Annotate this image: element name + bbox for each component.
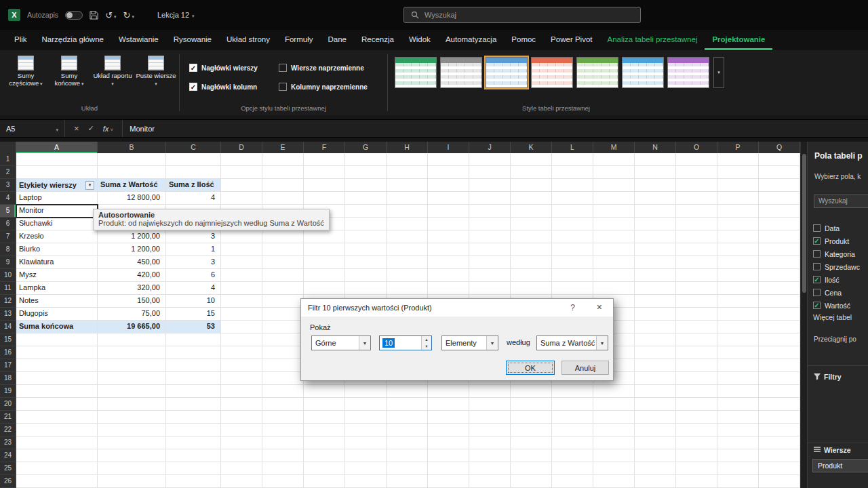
button-sumy-częściowe[interactable]: Sumy częściowe <box>5 54 46 103</box>
cell-m20[interactable] <box>593 398 635 411</box>
cell-e23[interactable] <box>262 436 304 449</box>
column-header-j[interactable]: J <box>469 142 511 153</box>
cell-d26[interactable] <box>221 475 262 488</box>
by-field-select[interactable]: Suma z Wartość <box>536 336 608 350</box>
cell-g11[interactable] <box>345 282 387 295</box>
close-icon[interactable] <box>597 302 602 312</box>
cell-a21[interactable] <box>16 411 98 424</box>
cell-d25[interactable] <box>221 462 262 475</box>
cell-d22[interactable] <box>221 424 262 436</box>
cell-d3[interactable] <box>221 179 262 192</box>
cell-i2[interactable] <box>428 166 469 179</box>
cell-c19[interactable] <box>166 385 221 398</box>
insert-function-button[interactable]: fx <box>103 125 113 133</box>
cell-h22[interactable] <box>387 424 428 436</box>
cell-j2[interactable] <box>469 166 511 179</box>
cell-h4[interactable] <box>387 192 428 205</box>
column-header-h[interactable]: H <box>387 142 428 153</box>
cell-p16[interactable] <box>717 346 759 359</box>
cell-o1[interactable] <box>676 153 717 166</box>
pivot-style-thumbnail[interactable] <box>395 57 437 88</box>
formula-input[interactable]: Monitor <box>123 120 868 137</box>
cell-b13[interactable]: 75,00 <box>98 308 166 321</box>
cancel-entry-icon[interactable] <box>74 123 79 134</box>
cell-k8[interactable] <box>511 243 552 256</box>
cell-i6[interactable] <box>428 218 469 230</box>
cell-q5[interactable] <box>759 205 800 218</box>
cell-h9[interactable] <box>387 256 428 269</box>
gallery-more-button[interactable] <box>713 57 724 88</box>
cell-d7[interactable] <box>221 230 262 243</box>
cell-c12[interactable]: 10 <box>166 295 221 308</box>
cell-b15[interactable] <box>98 333 166 346</box>
cell-a6[interactable]: Słuchawki <box>16 218 98 230</box>
cell-p5[interactable] <box>717 205 759 218</box>
tab-pomoc[interactable]: Pomoc <box>504 30 543 50</box>
cell-h1[interactable] <box>387 153 428 166</box>
cell-b24[interactable] <box>98 449 166 462</box>
more-tables-link[interactable]: Więcej tabel <box>813 313 852 321</box>
cell-c8[interactable]: 1 <box>166 243 221 256</box>
save-button[interactable] <box>90 11 98 20</box>
cell-m7[interactable] <box>593 230 635 243</box>
cell-p7[interactable] <box>717 230 759 243</box>
row-header-9[interactable]: 9 <box>0 256 16 269</box>
direction-select[interactable]: Górne <box>311 336 371 350</box>
cell-l7[interactable] <box>552 230 593 243</box>
tab-analiza-tabeli-przestawnej[interactable]: Analiza tabeli przestawnej <box>599 30 705 50</box>
cell-i19[interactable] <box>428 385 469 398</box>
cell-n17[interactable] <box>635 359 676 372</box>
cell-d14[interactable] <box>221 321 262 333</box>
cell-b21[interactable] <box>98 411 166 424</box>
cell-g20[interactable] <box>345 398 387 411</box>
cell-c25[interactable] <box>166 462 221 475</box>
cell-a1[interactable] <box>16 153 98 166</box>
cell-o17[interactable] <box>676 359 717 372</box>
cell-i22[interactable] <box>428 424 469 436</box>
cell-j4[interactable] <box>469 192 511 205</box>
cell-p4[interactable] <box>717 192 759 205</box>
cell-l3[interactable] <box>552 179 593 192</box>
cell-h23[interactable] <box>387 436 428 449</box>
cell-k2[interactable] <box>511 166 552 179</box>
cell-n24[interactable] <box>635 449 676 462</box>
row-header-18[interactable]: 18 <box>0 372 16 385</box>
cell-p6[interactable] <box>717 218 759 230</box>
row-header-4[interactable]: 4 <box>0 192 16 205</box>
cell-g21[interactable] <box>345 411 387 424</box>
tab-dane[interactable]: Dane <box>320 30 354 50</box>
cell-j23[interactable] <box>469 436 511 449</box>
cell-a26[interactable] <box>16 475 98 488</box>
cell-b14[interactable]: 19 665,00 <box>98 321 166 333</box>
cell-d16[interactable] <box>221 346 262 359</box>
cell-a7[interactable]: Krzesło <box>16 230 98 243</box>
cell-o9[interactable] <box>676 256 717 269</box>
cell-b8[interactable]: 1 200,00 <box>98 243 166 256</box>
cell-h24[interactable] <box>387 449 428 462</box>
cell-j7[interactable] <box>469 230 511 243</box>
cell-n14[interactable] <box>635 321 676 333</box>
cell-p18[interactable] <box>717 372 759 385</box>
cell-b23[interactable] <box>98 436 166 449</box>
cell-e7[interactable] <box>262 230 304 243</box>
tab-recenzja[interactable]: Recenzja <box>354 30 401 50</box>
cell-l11[interactable] <box>552 282 593 295</box>
checkbox-nagłówki-wierszy[interactable]: Nagłówki wierszy <box>189 64 279 72</box>
cell-h8[interactable] <box>387 243 428 256</box>
cell-d11[interactable] <box>221 282 262 295</box>
cell-f11[interactable] <box>304 282 345 295</box>
cell-l25[interactable] <box>552 462 593 475</box>
tab-automatyzacja[interactable]: Automatyzacja <box>438 30 504 50</box>
cell-n22[interactable] <box>635 424 676 436</box>
cell-a19[interactable] <box>16 385 98 398</box>
cell-h3[interactable] <box>387 179 428 192</box>
cell-e14[interactable] <box>262 321 304 333</box>
cell-e24[interactable] <box>262 449 304 462</box>
cell-e10[interactable] <box>262 269 304 282</box>
cell-n25[interactable] <box>635 462 676 475</box>
cell-a14[interactable]: Suma końcowa <box>16 321 98 333</box>
cell-l21[interactable] <box>552 411 593 424</box>
cell-q16[interactable] <box>759 346 800 359</box>
cell-b4[interactable]: 12 800,00 <box>98 192 166 205</box>
cell-n10[interactable] <box>635 269 676 282</box>
